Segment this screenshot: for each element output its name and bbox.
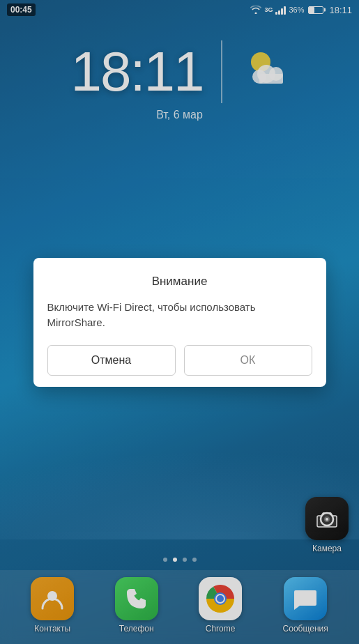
dialog-message: Включите Wi-Fi Direct, чтобы использоват… <box>47 300 312 331</box>
ok-button[interactable]: ОК <box>184 345 312 376</box>
dialog-title: Внимание <box>47 275 312 289</box>
dialog-overlay: Внимание Включите Wi-Fi Direct, чтобы ис… <box>0 0 359 644</box>
dialog: Внимание Включите Wi-Fi Direct, чтобы ис… <box>33 258 326 387</box>
cancel-button[interactable]: Отмена <box>47 345 176 376</box>
dialog-buttons: Отмена ОК <box>47 345 312 376</box>
